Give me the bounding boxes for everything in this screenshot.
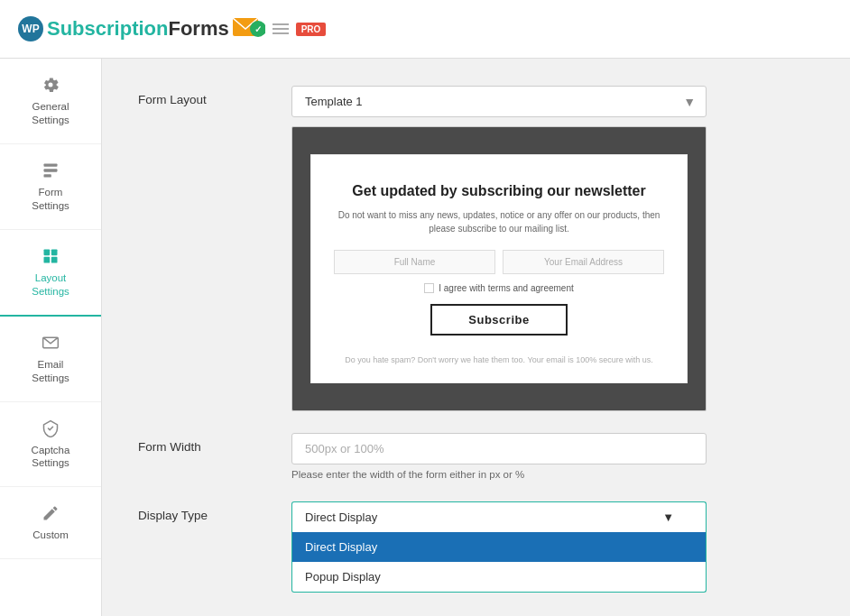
sidebar-label-layout-settings: LayoutSettings — [32, 271, 69, 299]
layout-icon — [41, 246, 60, 266]
gear-icon — [41, 75, 60, 95]
sidebar-item-email-settings[interactable]: EmailSettings — [0, 317, 101, 402]
svg-rect-8 — [44, 257, 51, 263]
header: WP SubscriptionForms ✓ PRO — [0, 0, 850, 59]
sidebar-item-general-settings[interactable]: GeneralSettings — [0, 59, 101, 144]
sidebar-label-form-settings: FormSettings — [32, 186, 69, 213]
pro-badge: PRO — [296, 23, 327, 36]
sidebar-label-captcha-settings: CaptchaSettings — [32, 444, 70, 471]
display-type-selected-value: Direct Display — [305, 510, 377, 524]
form-layout-select[interactable]: Template 1 Template 2 Template 3 — [291, 86, 707, 117]
dropdown-arrow-icon: ▼ — [662, 510, 674, 524]
form-width-input[interactable] — [291, 433, 707, 464]
main-content: Form Layout Template 1 Template 2 Templa… — [102, 59, 850, 616]
email-icon — [41, 333, 60, 353]
form-icon — [41, 161, 60, 180]
svg-rect-5 — [44, 174, 51, 177]
form-width-hint: Please enter the width of the form eithe… — [291, 469, 707, 480]
preview-title: Get updated by subscribing our newslette… — [334, 182, 664, 201]
sidebar-item-form-settings[interactable]: FormSettings — [0, 144, 101, 230]
logo-area: WP SubscriptionForms ✓ PRO — [18, 16, 326, 41]
display-type-dropdown: Direct Display ▼ Direct Display Popup Di… — [291, 501, 707, 593]
email-logo-icon: ✓ — [233, 16, 265, 41]
svg-rect-6 — [44, 249, 51, 255]
display-type-selected[interactable]: Direct Display ▼ — [291, 501, 707, 532]
form-preview-box: Get updated by subscribing our newslette… — [310, 154, 688, 383]
preview-description: Do not want to miss any news, updates, n… — [334, 208, 664, 235]
lines-icon — [273, 23, 289, 34]
svg-rect-7 — [51, 249, 58, 255]
svg-rect-3 — [44, 163, 58, 166]
preview-subscribe-button[interactable]: Subscribe — [430, 304, 567, 336]
preview-checkbox-label: I agree with terms and agreement — [439, 283, 574, 293]
sidebar-item-custom[interactable]: Custom — [0, 487, 101, 559]
form-width-control: Please enter the width of the form eithe… — [291, 433, 707, 480]
display-type-row: Display Type Direct Display ▼ Direct Dis… — [138, 501, 814, 593]
form-width-label: Form Width — [138, 433, 273, 454]
brand-sub: Subscription — [47, 17, 168, 40]
sidebar-item-captcha-settings[interactable]: CaptchaSettings — [0, 402, 101, 488]
svg-rect-4 — [44, 169, 58, 171]
form-layout-row: Form Layout Template 1 Template 2 Templa… — [138, 86, 814, 411]
form-width-row: Form Width Please enter the width of the… — [138, 433, 814, 480]
display-type-control: Direct Display ▼ Direct Display Popup Di… — [291, 501, 707, 593]
form-layout-select-wrapper: Template 1 Template 2 Template 3 ▼ — [291, 86, 707, 117]
form-layout-label: Form Layout — [138, 86, 273, 106]
form-layout-control: Template 1 Template 2 Template 3 ▼ Get u… — [291, 86, 707, 411]
app-container: GeneralSettings FormSettings — [0, 59, 850, 616]
option-popup-display[interactable]: Popup Display — [292, 562, 706, 592]
template-preview: Get updated by subscribing our newslette… — [291, 126, 707, 411]
wp-icon: WP — [18, 16, 43, 41]
preview-name-field: Full Name — [334, 250, 495, 274]
preview-checkbox — [424, 283, 434, 293]
pencil-icon — [41, 503, 60, 523]
svg-text:✓: ✓ — [254, 24, 262, 34]
option-direct-display[interactable]: Direct Display — [292, 532, 706, 562]
display-type-options: Direct Display Popup Display — [291, 532, 707, 593]
svg-rect-9 — [51, 257, 58, 263]
sidebar-label-custom: Custom — [32, 529, 69, 542]
preview-fields: Full Name Your Email Address — [334, 250, 664, 274]
brand-name: SubscriptionForms — [47, 17, 229, 41]
preview-email-field: Your Email Address — [503, 250, 664, 274]
sidebar-label-email-settings: EmailSettings — [32, 358, 69, 385]
display-type-label: Display Type — [138, 501, 273, 522]
sidebar: GeneralSettings FormSettings — [0, 59, 102, 616]
sidebar-label-general-settings: GeneralSettings — [32, 100, 69, 127]
captcha-icon — [41, 418, 60, 438]
preview-checkbox-row: I agree with terms and agreement — [334, 283, 664, 293]
preview-spam-text: Do you hate spam? Don't worry we hate th… — [334, 355, 664, 364]
brand-forms: Forms — [168, 17, 228, 40]
wp-label: WP — [22, 23, 39, 35]
sidebar-item-layout-settings[interactable]: LayoutSettings — [0, 230, 101, 317]
